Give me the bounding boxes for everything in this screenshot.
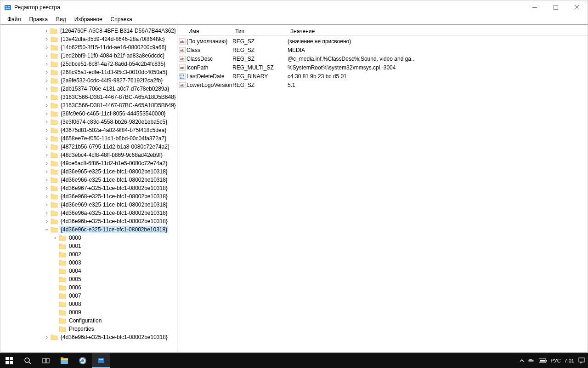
expand-icon[interactable]: › [44, 102, 50, 109]
menu-view[interactable]: Вид [52, 15, 70, 23]
menu-favorites[interactable]: Избранное [70, 15, 107, 23]
regedit-taskbar-icon[interactable] [92, 353, 110, 368]
value-row[interactable]: abClassDescREG_SZ@c_media.inf,%ClassDesc… [177, 54, 588, 63]
tree-item[interactable]: ›{268c95a1-edfe-11d3-95c3-0010dc4050a5} [0, 68, 177, 76]
start-button[interactable] [0, 353, 18, 368]
tree-item[interactable]: 0003 [0, 259, 177, 267]
expand-icon[interactable]: › [44, 52, 50, 59]
expand-icon[interactable]: › [44, 61, 50, 67]
expand-icon[interactable]: › [44, 28, 49, 34]
expand-icon[interactable]: › [44, 94, 50, 100]
tree-item[interactable]: ›{49ce6ac8-6f86-11d2-b1e5-0080c72e74a2} [0, 159, 177, 167]
explorer-icon[interactable] [55, 353, 74, 368]
value-row[interactable]: abIconPathREG_MULTI_SZ%SystemRoot%\syste… [177, 63, 588, 72]
col-data-header[interactable]: Значение [288, 28, 588, 34]
expand-icon[interactable]: › [44, 160, 50, 167]
col-name-header[interactable]: Имя [177, 28, 232, 34]
tray-chevron-icon[interactable] [520, 358, 524, 363]
tree-item[interactable]: ›{1264760F-A5C8-4BFE-B314-D56A7B44A362} [0, 27, 177, 35]
clock[interactable]: 7:01 [565, 358, 574, 363]
expand-icon[interactable]: › [44, 185, 50, 191]
tree-item[interactable]: ›{4d36e96d-e325-11ce-bfc1-08002be10318} [0, 333, 177, 341]
tree-item[interactable]: 0007 [0, 292, 177, 300]
taskview-button[interactable] [37, 353, 55, 368]
tree-item[interactable]: ›{4d36e967-e325-11ce-bfc1-08002be10318} [0, 184, 177, 192]
tree-item[interactable]: ›{4d36e96b-e325-11ce-bfc1-08002be10318} [0, 217, 177, 225]
search-button[interactable] [18, 353, 37, 368]
values-header[interactable]: Имя Тип Значение [177, 25, 588, 36]
tree-item[interactable]: 0006 [0, 283, 177, 292]
menu-edit[interactable]: Правка [25, 15, 52, 23]
tree-item[interactable]: ›{4d36e966-e325-11ce-bfc1-08002be10318} [0, 176, 177, 184]
tree-item[interactable]: 0002 [0, 250, 177, 259]
expand-icon[interactable]: › [44, 36, 50, 42]
tree-item[interactable]: 0008 [0, 300, 177, 308]
tree-item[interactable]: ›{4d36e969-e325-11ce-bfc1-08002be10318} [0, 201, 177, 209]
tree-item[interactable]: 0001 [0, 242, 177, 250]
tree-item[interactable]: ›{1ed2bbf9-11f0-4084-b21f-ad83a8e6dcdc} [0, 52, 177, 60]
tree-item[interactable]: ›{4658ee7e-f050-11d1-b6bd-00c04fa372a7} [0, 134, 177, 143]
expand-icon[interactable]: › [44, 110, 50, 117]
expand-icon[interactable]: › [44, 193, 50, 200]
expand-icon[interactable]: › [44, 177, 50, 183]
expand-icon[interactable]: › [44, 218, 50, 224]
tree-item[interactable]: ›{36fc9e60-c465-11cf-8056-444553540000} [0, 109, 177, 118]
tree-item[interactable]: Configuration [0, 316, 177, 325]
expand-icon[interactable]: › [44, 127, 50, 133]
expand-icon[interactable]: › [44, 119, 50, 125]
col-type-header[interactable]: Тип [232, 28, 288, 34]
tree-item[interactable]: ›{2a9fe532-0cdc-44f9-9827-76192f2ca2fb} [0, 76, 177, 85]
expand-icon[interactable]: › [44, 69, 50, 75]
tree-item[interactable]: ›{2db15374-706e-4131-a0c7-d7c78eb0289a} [0, 85, 177, 93]
expand-icon[interactable]: › [44, 152, 50, 158]
tree-item[interactable]: ›{4d36e968-e325-11ce-bfc1-08002be10318} [0, 192, 177, 201]
value-row[interactable]: abLowerLogoVersionREG_SZ5.1 [177, 80, 588, 89]
menu-file[interactable]: Файл [3, 15, 25, 23]
expand-icon[interactable]: › [44, 334, 50, 340]
value-row[interactable]: ab(По умолчанию)REG_SZ(значение не присв… [177, 37, 588, 46]
expand-icon[interactable]: › [52, 235, 58, 241]
tree-item[interactable]: ›{3163C566-D381-4467-87BC-A65A18D5B648} [0, 93, 177, 101]
expand-icon[interactable]: › [44, 168, 50, 175]
minimize-button[interactable] [524, 0, 545, 14]
chrome-icon[interactable] [74, 353, 92, 368]
collapse-icon[interactable]: › [44, 227, 50, 232]
tree-item[interactable]: ›{14b62f50-3f15-11dd-ae16-0800200c9a66} [0, 43, 177, 52]
tree-item[interactable]: ›{3163C566-D381-4467-87BC-A65A18D5B649} [0, 101, 177, 109]
tree-item[interactable]: ›{48d3ebc4-4cf8-48ff-b869-9c68ad42eb9f} [0, 151, 177, 159]
tree-item[interactable]: 0004 [0, 267, 177, 275]
tree-item[interactable]: ›{3e3f0674-c83c-4558-bb26-9820e1eba5c5} [0, 118, 177, 126]
language-indicator[interactable]: РУС [551, 358, 561, 363]
tree-item[interactable]: ›{4d36e965-e325-11ce-bfc1-08002be10318} [0, 167, 177, 176]
tree-scroll[interactable]: ›{1264760F-A5C8-4BFE-B314-D56A7B44A362}›… [0, 25, 177, 352]
menu-help[interactable]: Справка [107, 15, 136, 23]
tree-item[interactable]: Properties [0, 325, 177, 333]
expand-icon[interactable]: › [44, 77, 50, 84]
maximize-button[interactable] [545, 0, 566, 14]
value-row[interactable]: 011110LastDeleteDateREG_BINARYc4 30 81 9… [177, 72, 588, 80]
expand-icon[interactable]: › [44, 210, 50, 216]
onedrive-icon[interactable] [528, 358, 535, 363]
close-button[interactable] [566, 0, 588, 14]
tree-item[interactable]: 0005 [0, 275, 177, 283]
tree-item[interactable]: ›{13e42dfa-85d9-424d-8646-28a70f864f9c} [0, 35, 177, 43]
expand-icon[interactable]: › [44, 135, 50, 142]
value-row[interactable]: abClassREG_SZMEDIA [177, 46, 588, 54]
expand-icon[interactable]: › [44, 44, 50, 51]
tree-item-selected[interactable]: ›{4d36e96c-e325-11ce-bfc1-08002be10318} [0, 225, 177, 234]
tree-item[interactable]: ›{48721b56-6795-11d2-b1a8-0080c72e74a2} [0, 143, 177, 151]
expand-icon[interactable]: › [44, 201, 50, 208]
system-tray[interactable]: РУС 7:01 [520, 357, 588, 364]
tree-item[interactable]: ›{25dbce51-6c8f-4a72-8a6d-b54c2b4fc835} [0, 60, 177, 68]
expand-icon[interactable]: › [44, 86, 50, 92]
tree-item[interactable]: ›0000 [0, 234, 177, 242]
taskbar[interactable]: РУС 7:01 [0, 353, 588, 368]
tree-pane[interactable]: ›{1264760F-A5C8-4BFE-B314-D56A7B44A362}›… [0, 25, 177, 352]
action-center-icon[interactable] [578, 357, 585, 364]
tree-item[interactable]: 0009 [0, 308, 177, 316]
titlebar[interactable]: Редактор реестра [0, 0, 588, 14]
battery-icon[interactable] [539, 358, 547, 363]
expand-icon[interactable]: › [44, 144, 50, 150]
tree-item[interactable]: ›{43675d81-502a-4a82-9f84-b75f418c5dea} [0, 126, 177, 134]
tree-item[interactable]: ›{4d36e96a-e325-11ce-bfc1-08002be10318} [0, 209, 177, 217]
